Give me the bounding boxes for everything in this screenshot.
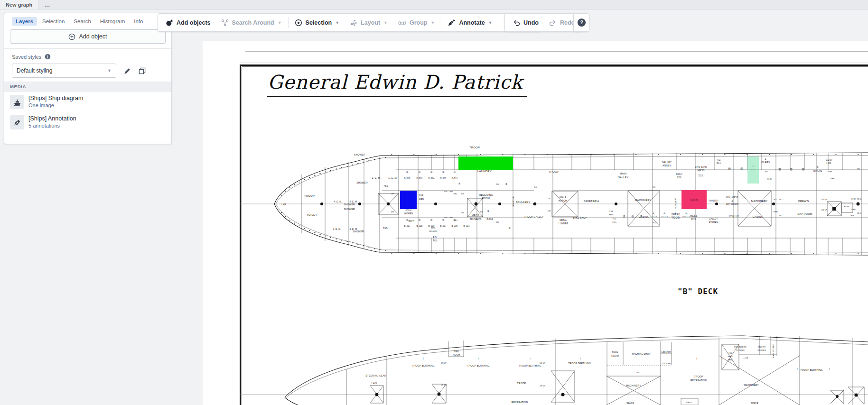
deck-room-label: ⑱ xyxy=(790,168,793,171)
deck-room-label: ① xyxy=(508,227,511,230)
deck-room-label: ENG'RS xyxy=(758,346,765,348)
deck-room-label: HATCH xyxy=(559,199,567,202)
deck-room-label: UP xyxy=(548,198,551,200)
layer-title: [Ships] Annotation xyxy=(28,115,76,123)
deck-room-label: ④ xyxy=(406,171,409,174)
saved-styles-label: Saved styles xyxy=(12,54,41,60)
deck-room-label: CASING xyxy=(753,215,763,218)
pen-icon xyxy=(10,115,24,129)
deck-room-label: DN xyxy=(480,211,483,213)
deck-room-label: LIN. LKR xyxy=(444,216,453,219)
tab-new-graph[interactable]: New graph xyxy=(0,0,38,9)
deck-room-label: I xyxy=(722,357,723,360)
deck-room-label: B-317 xyxy=(404,225,410,227)
help-icon[interactable]: ? xyxy=(577,18,586,27)
deck-room-label: B-305 xyxy=(451,225,457,227)
undo-label: Undo xyxy=(523,19,539,26)
group-button[interactable]: Group ▼ xyxy=(393,14,440,31)
layout-icon xyxy=(350,19,357,27)
deck-room-label: B-318 xyxy=(404,177,410,180)
deck-room-label: SHOWER xyxy=(344,203,355,206)
document-tabstrip: New graph … xyxy=(0,0,868,10)
deck-room-label: ⑮ xyxy=(631,215,634,218)
svg-text:?: ? xyxy=(580,19,583,25)
deck-room-label: -6- xyxy=(685,212,688,214)
deck-room-label: W.C. xyxy=(857,198,861,200)
deck-room-label: DN UP xyxy=(441,362,447,364)
deck-room-label: LKR. xyxy=(827,162,832,165)
info-icon[interactable] xyxy=(45,54,51,60)
annotation-rect[interactable] xyxy=(458,156,513,170)
deck-room-label: ESC xyxy=(454,220,457,221)
chevron-down-icon: ▼ xyxy=(383,20,388,25)
main-toolbar: Add objects Search Around ▼ Selection ▼ xyxy=(158,13,542,32)
deck-room-label: L. E. M. xyxy=(389,176,398,179)
deck-room-label: UTILITY xyxy=(682,216,690,218)
tab-info[interactable]: Info xyxy=(130,17,147,26)
deck-room-label: UTILITY xyxy=(672,216,679,218)
annotation-label: CREW xyxy=(690,198,698,201)
layer-item-ship-diagram[interactable]: [Ships] Ship diagram One image xyxy=(4,92,171,112)
lower-deck-plan[interactable]: STEERING GEARFLATTROOP BERTHINGTROOP BER… xyxy=(240,285,868,405)
deck-room-label: SHOWER xyxy=(354,153,365,156)
duplicate-icon[interactable] xyxy=(139,67,146,74)
tab-layers[interactable]: Layers xyxy=(12,17,37,26)
deck-room-label: DN xyxy=(534,186,537,188)
edit-pencil-icon[interactable] xyxy=(124,67,131,74)
selection-button[interactable]: Selection ▼ xyxy=(289,14,345,31)
deck-room-label: BOX xyxy=(677,176,681,179)
deck-room-label: B-304 xyxy=(486,218,493,221)
deck-room-label: I xyxy=(797,368,798,370)
annotation-rect[interactable] xyxy=(747,156,759,184)
deck-room-label: TROOP xyxy=(517,382,526,385)
deck-room-label: CAFETERIA xyxy=(584,200,599,202)
tab-overflow-menu[interactable]: … xyxy=(38,1,56,8)
deck-room-label: WIPERS xyxy=(813,170,822,172)
deck-room-label: PROJ. xyxy=(686,401,692,404)
deck-room-label: ⑬ xyxy=(623,215,625,218)
deck-room-label: I xyxy=(423,357,424,360)
deck-room-label: E.M. MESS xyxy=(726,196,738,199)
graph-canvas[interactable]: General Edwin D. Patrick LKR xyxy=(203,41,868,405)
search-around-button[interactable]: Search Around ▼ xyxy=(216,14,287,31)
deck-room-label: ④ xyxy=(487,210,489,212)
sidebar-tabs: Layers Selection Search Histogram Info « xyxy=(4,13,171,28)
deck-room-label: SCULLERY xyxy=(674,197,677,209)
stair-core xyxy=(832,207,836,211)
add-object-button[interactable]: Add object xyxy=(10,29,166,44)
tab-histogram[interactable]: Histogram xyxy=(96,17,129,26)
upper-deck-plan[interactable]: LKRTROOPTOILETSHOWERSHOWERSHOWERSHOWERSH… xyxy=(240,128,868,266)
lower-hull-inner xyxy=(286,339,868,397)
deck-room-label: TROOP xyxy=(549,170,559,173)
tab-search[interactable]: Search xyxy=(70,17,94,26)
deck-room-label: UTILITY xyxy=(661,216,668,218)
deck-room-label: I xyxy=(580,357,581,360)
deck-room-label: 32 S. xyxy=(691,218,697,221)
deck-room-label: DAILY xyxy=(676,173,682,175)
deck-room-label: BAKE SHOP xyxy=(573,216,588,219)
layer-item-annotation[interactable]: [Ships] Annotation 5 annotations xyxy=(4,112,171,132)
undo-button[interactable]: Undo xyxy=(507,14,544,31)
deck-room-label: & xyxy=(731,200,733,202)
deck-room-label: 316 SEATS xyxy=(470,218,482,221)
deck-room-label: I xyxy=(696,357,697,360)
deck-room-label: L. E. M. xyxy=(372,176,381,179)
selection-icon xyxy=(295,19,302,27)
annotation-rect[interactable] xyxy=(400,191,417,209)
deck-room-label: MEN xyxy=(419,198,424,201)
graph-application: New graph … Layers Selection Search Hist… xyxy=(0,0,868,405)
tab-selection[interactable]: Selection xyxy=(38,17,68,26)
layout-button[interactable]: Layout ▼ xyxy=(345,14,393,31)
add-objects-button[interactable]: Add objects xyxy=(160,14,216,31)
annotate-button[interactable]: Annotate ▼ xyxy=(442,14,497,31)
deck-room-label: SHR. xyxy=(767,178,772,180)
deck-room-label: I xyxy=(829,368,830,370)
deck-room-label: FEED xyxy=(728,356,733,358)
deck-room-label: -4- xyxy=(663,212,666,214)
saved-styles-select[interactable]: Default styling ▼ xyxy=(12,64,116,78)
deck-room-label: -4- xyxy=(674,212,677,214)
deck-room-label: ⑥ xyxy=(418,219,421,221)
deck-room-label: SHR. xyxy=(828,170,833,173)
chevron-down-icon: ▼ xyxy=(488,20,493,25)
deck-room-label: METAL xyxy=(560,219,567,221)
